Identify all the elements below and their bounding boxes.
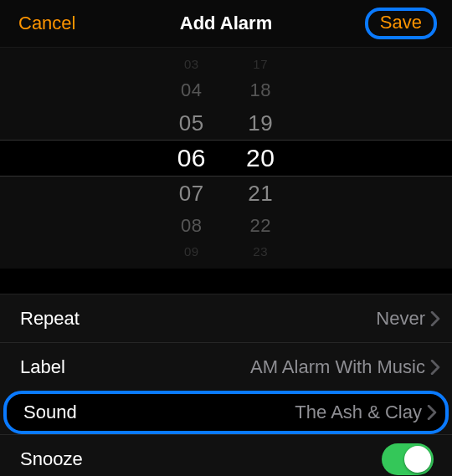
cancel-button[interactable]: Cancel: [18, 13, 75, 34]
chevron-right-icon: [430, 311, 440, 326]
picker-hour-item: 07: [179, 177, 204, 210]
minute-picker-column[interactable]: 17 18 19 20 21 22 23: [246, 48, 275, 269]
hour-picker-column[interactable]: 03 04 05 06 07 08 09: [177, 48, 206, 269]
picker-hour-item: 09: [184, 242, 199, 262]
sound-label: Sound: [23, 402, 77, 423]
label-row[interactable]: Label AM Alarm With Music: [0, 342, 452, 391]
picker-minute-selected: 20: [246, 140, 275, 177]
picker-minute-item: 23: [253, 242, 268, 262]
picker-hour-selected: 06: [177, 140, 206, 177]
picker-hour-item: 03: [184, 54, 199, 74]
alarm-settings-list: Repeat Never Label AM Alarm With Music S…: [0, 294, 452, 476]
picker-minute-item: 18: [249, 74, 270, 106]
snooze-row: Snooze: [0, 434, 452, 476]
picker-hour-item: 05: [179, 106, 204, 140]
picker-hour-item: 04: [181, 74, 202, 106]
picker-minute-item: 21: [248, 177, 273, 210]
chevron-right-icon: [427, 405, 437, 420]
time-picker[interactable]: 03 04 05 06 07 08 09 17 18 19 20 21 22 2…: [0, 47, 452, 269]
repeat-row[interactable]: Repeat Never: [0, 294, 452, 342]
sound-value: The Ash & Clay: [295, 402, 437, 423]
save-button[interactable]: Save: [365, 8, 437, 39]
snooze-toggle[interactable]: [382, 443, 434, 475]
header: Cancel Add Alarm Save: [0, 0, 452, 47]
snooze-label: Snooze: [20, 448, 83, 470]
picker-minute-item: 19: [248, 106, 273, 140]
sound-row[interactable]: Sound The Ash & Clay: [3, 391, 449, 434]
label-value: AM Alarm With Music: [250, 356, 440, 378]
chevron-right-icon: [430, 360, 440, 375]
repeat-value: Never: [376, 308, 440, 330]
page-title: Add Alarm: [180, 13, 272, 34]
label-label: Label: [20, 356, 65, 378]
toggle-knob-icon: [404, 446, 431, 473]
picker-minute-item: 22: [249, 210, 270, 242]
picker-minute-item: 17: [253, 54, 268, 74]
picker-hour-item: 08: [181, 210, 202, 242]
repeat-label: Repeat: [20, 308, 80, 330]
